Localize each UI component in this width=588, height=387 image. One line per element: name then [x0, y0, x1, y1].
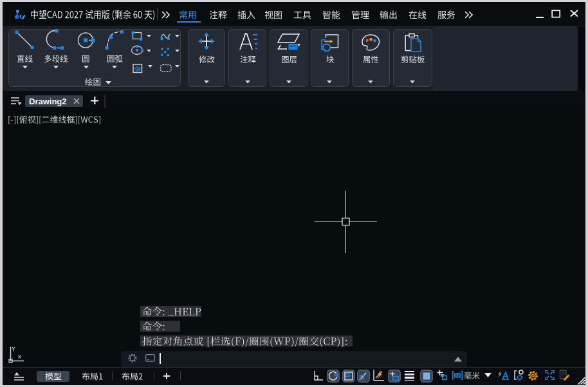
- svg-text:0.0: 0.0: [455, 373, 461, 377]
